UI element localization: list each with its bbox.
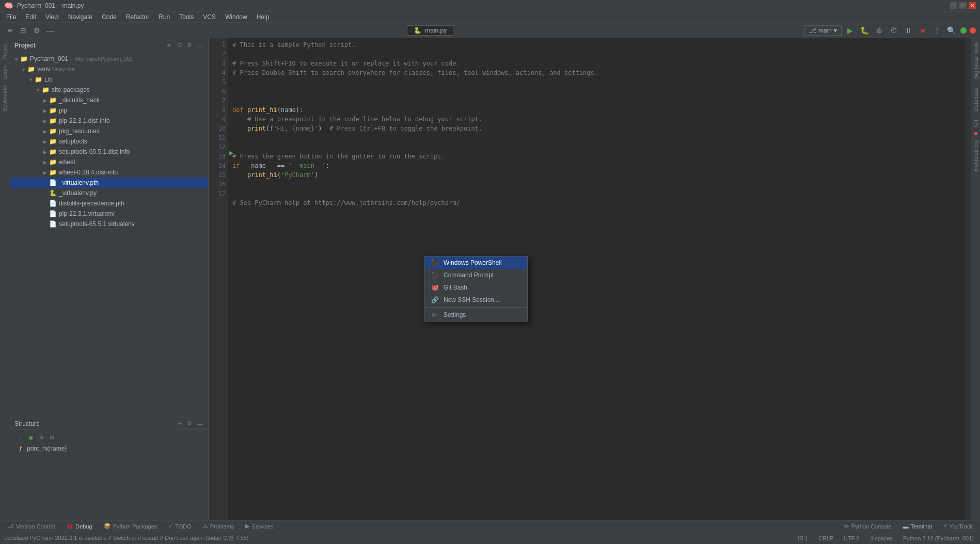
tree-pip[interactable]: ▶ 📁 pip — [10, 105, 208, 116]
tree-venv[interactable]: ▾ 📁 venv library root — [10, 64, 208, 74]
big-data-tools-label[interactable]: Big Data Tools — [972, 38, 980, 83]
structure-close-icon[interactable]: — — [196, 420, 204, 428]
menu-tools[interactable]: Tools — [175, 12, 198, 22]
tree-pip-venv[interactable]: 📄 pip-22.3.1.virtualenv — [10, 209, 208, 219]
structure-item-print-hi[interactable]: ƒ print_hi(name) — [14, 443, 204, 454]
learn-vertical-label[interactable]: Learn — [1, 62, 9, 82]
structure-collapse2-icon[interactable]: ⊟ — [48, 433, 56, 441]
structure-highlight-icon[interactable]: ◉ — [27, 433, 35, 441]
ctx-item-command-prompt[interactable]: ⬛ Command Prompt — [425, 269, 527, 281]
ctx-item-settings[interactable]: ⚙ Settings — [425, 309, 527, 321]
status-position[interactable]: 15:1 — [795, 535, 810, 541]
stop-button[interactable]: ■ — [917, 25, 928, 36]
git-label[interactable]: Git — [972, 116, 980, 131]
menu-help[interactable]: Help — [252, 12, 274, 22]
tree-pkg-resources[interactable]: ▶ 📁 pkg_resources — [10, 126, 208, 136]
ctx-item-new-ssh[interactable]: 🔗 New SSH Session... — [425, 294, 527, 306]
tree-pip-dist[interactable]: ▶ 📁 pip-22.3.1.dist-info — [10, 116, 208, 126]
coverage-button[interactable]: ⊛ — [874, 25, 885, 36]
branch-selector[interactable]: ⎇ main ▾ — [804, 25, 842, 36]
menu-refactor[interactable]: Refactor — [122, 12, 153, 22]
status-linesep[interactable]: CRLF — [816, 535, 835, 541]
wheel-arrow-icon: ▶ — [41, 159, 49, 165]
ctx-item-windows-powershell[interactable]: ⬛ Windows PowerShell — [425, 257, 527, 269]
editor-code-area[interactable]: ▶ # This is a sample Python script. # Pr… — [228, 38, 966, 520]
youtrack-label: YouTrack — [949, 523, 973, 530]
run-button[interactable]: ▶ — [845, 25, 856, 36]
ctx-item-git-bash[interactable]: 🐙 Git Bash — [425, 281, 527, 294]
status-encoding[interactable]: UTF-8 — [842, 535, 862, 541]
tree-root[interactable]: ▾ 📁 Pycharm_001 F:\MyProject\Pycharm_001 — [10, 54, 208, 64]
status-indicator2 — [970, 27, 976, 34]
active-tab-label: main.py — [425, 27, 447, 34]
panel-close-icon[interactable]: — — [196, 41, 204, 50]
notifications-label[interactable]: Notifications — [972, 136, 980, 175]
tab-python-packages[interactable]: 📦 Python Packages — [99, 521, 163, 532]
debug-button[interactable]: 🐛 — [859, 25, 871, 36]
panel-settings-icon[interactable]: ⚙ — [185, 41, 194, 50]
menu-file[interactable]: File — [2, 12, 20, 22]
pyconsole-label: Python Console — [851, 523, 892, 530]
tree-wheel-dist[interactable]: ▶ 📁 wheel-0.38.4.dist-info — [10, 167, 208, 178]
pip-arrow-icon: ▶ — [41, 108, 49, 114]
tab-problems[interactable]: ⚠ Problems — [198, 521, 239, 532]
search-everywhere-button[interactable]: 🔍 — [946, 25, 957, 36]
status-indent[interactable]: 4 spaces — [868, 535, 895, 541]
tree-virtualenv-pth[interactable]: 📄 _virtualenv.pth — [10, 178, 208, 188]
sort-alpha-icon[interactable]: ≡ — [165, 420, 173, 428]
menu-view[interactable]: View — [41, 12, 63, 22]
structure-settings-icon[interactable]: ⚙ — [185, 420, 194, 428]
active-file-tab[interactable]: 🐍 main.py — [407, 25, 453, 36]
tab-python-console[interactable]: ≫ Python Console — [838, 521, 897, 532]
structure-expand-icon[interactable]: ⊞ — [37, 433, 45, 441]
collapse-button[interactable]: — — [44, 25, 56, 36]
tab-services[interactable]: ▶ Services — [240, 521, 278, 532]
more-button[interactable]: ⋮ — [931, 25, 943, 36]
tab-todo[interactable]: ✓ TODO — [163, 521, 197, 532]
project-vertical-label[interactable]: Project — [1, 40, 9, 62]
editor-scrollbar[interactable] — [966, 38, 971, 520]
tree-site-packages[interactable]: ▾ 📁 site-packages — [10, 85, 208, 95]
code-content[interactable]: # This is a sample Python script. # Pres… — [228, 38, 966, 219]
menu-window[interactable]: Window — [221, 12, 251, 22]
bookmark-vertical-label[interactable]: Bookmarks — [1, 82, 9, 114]
tab-version-control[interactable]: ⎇ Version Control — [2, 521, 60, 532]
project-view-button[interactable]: ≡ — [4, 25, 15, 36]
setuptools-folder-icon: 📁 — [49, 138, 57, 145]
tab-terminal[interactable]: ▬ Terminal — [897, 521, 937, 532]
tree-wheel[interactable]: ▶ 📁 wheel — [10, 157, 208, 167]
structure-button[interactable]: ⊟ — [18, 25, 29, 36]
tab-youtrack[interactable]: Y YouTrack — [938, 521, 978, 532]
wheel-dist-folder-icon: 📁 — [49, 169, 57, 176]
menu-vcs[interactable]: VCS — [199, 12, 220, 22]
minimize-button[interactable]: — — [950, 2, 957, 9]
settings-button[interactable]: ⚙ — [31, 25, 42, 36]
tree-setuptools[interactable]: ▶ 📁 setuptools — [10, 136, 208, 147]
status-python[interactable]: Python 3.10 (Pycharm_001) — [901, 535, 976, 541]
git-bash-icon: 🐙 — [431, 284, 439, 291]
tree-distutils-pth[interactable]: 📄 distutils-precedence.pth — [10, 198, 208, 209]
close-button[interactable]: ✕ — [969, 2, 976, 9]
structure-collapse-icon[interactable]: ⊟ — [175, 420, 183, 428]
menu-code[interactable]: Code — [98, 12, 121, 22]
structure-nav-icon[interactable]: ↓ — [17, 433, 25, 441]
ctx-cmd-label: Command Prompt — [444, 271, 494, 279]
terminal-tab-label: Terminal — [910, 523, 932, 530]
tree-setuptools-venv[interactable]: 📄 setuptools-65.5.1.virtualenv — [10, 219, 208, 229]
collapse-all-icon[interactable]: ⊟ — [175, 41, 183, 50]
menu-navigate[interactable]: Navigate — [64, 12, 97, 22]
editor-area: 1 2 3 4 5 6 7 8 9 10 11 12 13 14 15 16 1… — [209, 38, 971, 520]
tree-lib[interactable]: ▾ 📁 Lib — [10, 74, 208, 85]
maximize-button[interactable]: □ — [959, 2, 967, 9]
sort-icon[interactable]: ≡ — [165, 41, 173, 50]
tree-setuptools-dist[interactable]: ▶ 📁 setuptools-65.5.1.dist-info — [10, 147, 208, 157]
pause-button[interactable]: ⏸ — [903, 25, 914, 36]
menu-edit[interactable]: Edit — [21, 12, 40, 22]
venv-badge: library root — [52, 67, 74, 72]
tab-debug[interactable]: 🐞 Debug — [61, 521, 97, 532]
menu-run[interactable]: Run — [154, 12, 174, 22]
database-label[interactable]: Database — [972, 83, 980, 116]
profile-button[interactable]: ⏱ — [888, 25, 899, 36]
tree-virtualenv-py[interactable]: 🐍 _virtualenv.py — [10, 188, 208, 198]
tree-distutils[interactable]: ▶ 📁 _distutils_hack — [10, 95, 208, 105]
